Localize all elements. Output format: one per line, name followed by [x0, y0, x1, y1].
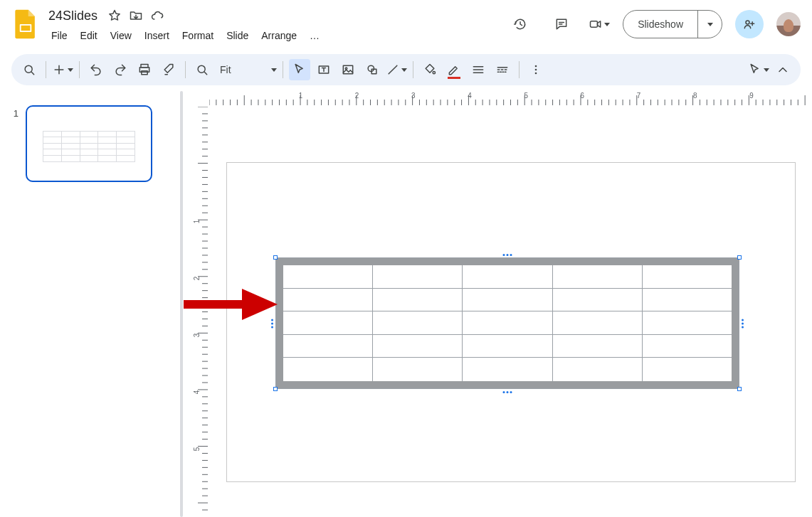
ruler-vertical: 12345 — [194, 107, 209, 517]
svg-point-4 — [25, 65, 32, 73]
menu-slide[interactable]: Slide — [221, 27, 254, 44]
workspace: 1 123456789 12345 — [0, 91, 812, 517]
table-cell[interactable] — [553, 358, 643, 381]
table-cell[interactable] — [283, 335, 373, 358]
slide-thumb-1[interactable]: 1 — [9, 105, 171, 182]
title-bar: 24Slides File Edit View Insert Format Sl… — [0, 0, 812, 48]
svg-point-11 — [345, 68, 347, 70]
menu-view[interactable]: View — [105, 27, 137, 44]
svg-point-8 — [198, 65, 205, 73]
zoom-select[interactable]: Fit — [216, 64, 277, 75]
collapse-toolbar-icon[interactable] — [772, 59, 793, 80]
svg-point-15 — [535, 65, 537, 68]
menu-format[interactable]: Format — [176, 27, 219, 44]
table-cell[interactable] — [463, 265, 552, 288]
menu-insert[interactable]: Insert — [139, 27, 175, 44]
account-avatar[interactable] — [776, 12, 801, 36]
zoom-icon[interactable] — [191, 59, 213, 80]
svg-text:8: 8 — [693, 92, 697, 100]
table-cell[interactable] — [373, 358, 463, 381]
table-cell[interactable] — [553, 289, 643, 311]
table-cell[interactable] — [643, 335, 732, 358]
svg-text:3: 3 — [194, 333, 201, 337]
svg-text:1: 1 — [194, 219, 201, 223]
slideshow-split-button: Slideshow — [623, 10, 722, 38]
fill-color-icon[interactable] — [419, 59, 441, 80]
table-cell[interactable] — [463, 311, 552, 334]
border-weight-icon[interactable] — [468, 59, 489, 80]
document-title[interactable]: 24Slides — [46, 7, 100, 25]
print-icon[interactable] — [134, 59, 155, 80]
paint-format-icon[interactable] — [158, 59, 179, 80]
svg-text:9: 9 — [749, 92, 754, 100]
svg-text:6: 6 — [581, 92, 585, 100]
table-cell[interactable] — [643, 289, 732, 311]
table-cell[interactable] — [373, 265, 463, 288]
svg-rect-10 — [343, 65, 352, 74]
table-cell[interactable] — [463, 335, 552, 358]
resize-handle[interactable] — [273, 255, 278, 260]
table-cell[interactable] — [283, 289, 373, 311]
table-cell[interactable] — [553, 311, 643, 334]
ruler-horizontal: 123456789 — [209, 91, 812, 107]
table-cell[interactable] — [373, 335, 463, 358]
comments-icon[interactable] — [547, 10, 576, 38]
slideshow-button[interactable]: Slideshow — [623, 11, 697, 38]
border-color-icon[interactable] — [443, 59, 465, 80]
pointer-mode[interactable] — [748, 63, 769, 77]
menu-overflow[interactable]: … — [304, 27, 325, 44]
share-button[interactable] — [735, 10, 764, 38]
svg-text:3: 3 — [411, 92, 416, 100]
textbox-icon[interactable] — [313, 59, 334, 80]
selected-table[interactable] — [275, 257, 739, 389]
drag-handle[interactable] — [271, 319, 273, 328]
svg-point-3 — [746, 21, 749, 24]
slide-canvas[interactable] — [226, 162, 796, 482]
table-cell[interactable] — [373, 311, 463, 334]
history-icon[interactable] — [506, 10, 534, 38]
table-cell[interactable] — [553, 265, 643, 288]
table-cell[interactable] — [553, 335, 643, 358]
table-cell[interactable] — [463, 358, 552, 381]
table-cell[interactable] — [283, 311, 373, 334]
app-icon[interactable] — [11, 10, 40, 38]
border-dash-icon[interactable] — [492, 59, 513, 80]
shape-icon[interactable] — [362, 59, 383, 80]
drag-handle[interactable] — [503, 391, 512, 393]
move-icon[interactable] — [129, 9, 143, 23]
undo-icon[interactable] — [85, 59, 107, 80]
drag-handle[interactable] — [742, 319, 744, 328]
redo-icon[interactable] — [110, 59, 131, 80]
select-tool-icon[interactable] — [289, 59, 310, 80]
table-cell[interactable] — [643, 265, 732, 288]
table-cell[interactable] — [643, 358, 732, 381]
slideshow-dropdown[interactable] — [697, 11, 722, 38]
svg-text:2: 2 — [194, 276, 201, 280]
resize-handle[interactable] — [737, 387, 742, 391]
resize-handle[interactable] — [273, 387, 278, 391]
image-icon[interactable] — [337, 59, 359, 80]
table-cell[interactable] — [463, 289, 552, 311]
svg-text:1: 1 — [299, 92, 303, 100]
cloud-saved-icon[interactable] — [150, 9, 164, 23]
toolbar: Fit — [11, 54, 801, 85]
svg-text:4: 4 — [468, 92, 472, 100]
table-cell[interactable] — [373, 289, 463, 311]
meet-button[interactable] — [589, 17, 610, 31]
resize-handle[interactable] — [737, 255, 742, 260]
new-slide-button[interactable] — [52, 63, 73, 77]
filmstrip[interactable]: 1 — [0, 91, 179, 517]
table-cell[interactable] — [283, 358, 373, 381]
menu-edit[interactable]: Edit — [75, 27, 103, 44]
more-icon[interactable] — [525, 59, 547, 80]
table-cell[interactable] — [283, 265, 373, 288]
line-tool[interactable] — [386, 63, 407, 77]
search-menus-icon[interactable] — [19, 59, 40, 80]
drag-handle[interactable] — [503, 254, 512, 256]
menu-file[interactable]: File — [46, 27, 73, 44]
menu-arrange[interactable]: Arrange — [255, 27, 302, 44]
svg-rect-2 — [591, 21, 598, 27]
table-cell[interactable] — [643, 311, 732, 334]
slide-number: 1 — [9, 105, 19, 182]
star-icon[interactable] — [107, 9, 122, 23]
